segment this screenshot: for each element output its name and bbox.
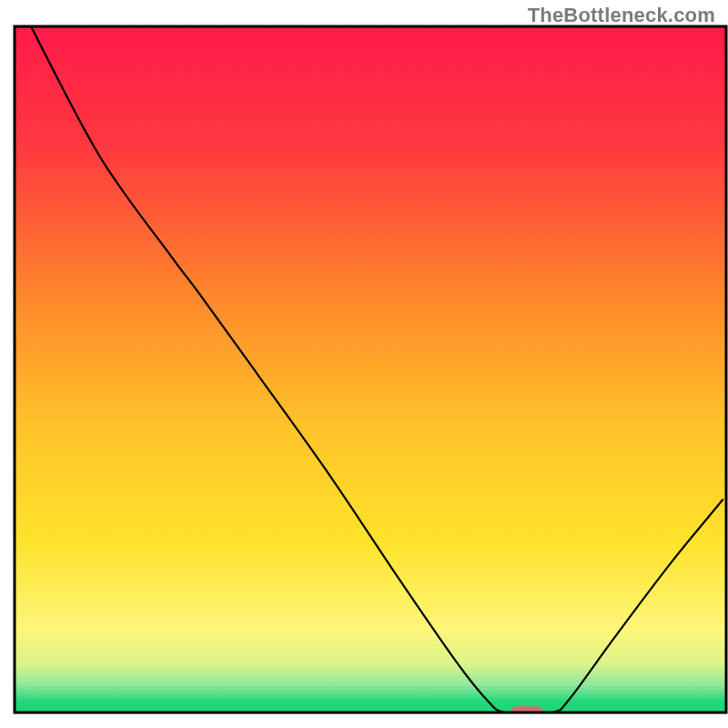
gradient-background <box>15 26 726 713</box>
bottleneck-chart <box>0 0 728 728</box>
chart-container: TheBottleneck.com <box>0 0 728 728</box>
